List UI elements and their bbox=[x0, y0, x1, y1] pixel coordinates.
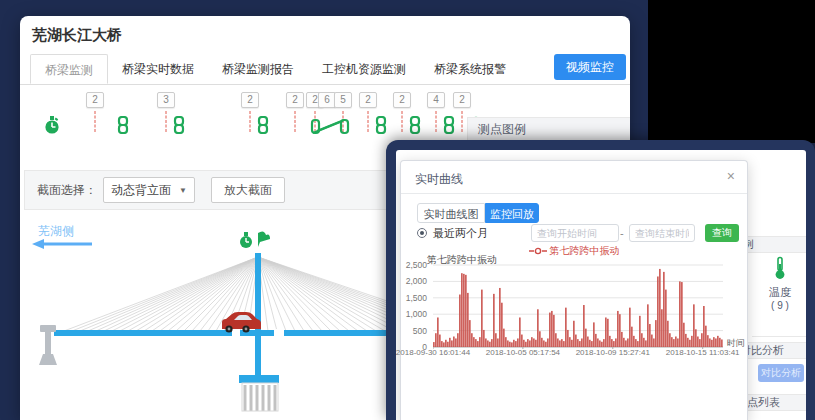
chevron-down-icon: ▼ bbox=[179, 186, 187, 195]
thermometer-icon bbox=[773, 256, 787, 280]
y-tick-label: 1,000 bbox=[406, 309, 427, 319]
y-tick-label: 1,500 bbox=[406, 293, 427, 303]
recent-two-months-label: 最近两个月 bbox=[433, 226, 488, 241]
tab-realtime-curve[interactable]: 实时曲线图 bbox=[417, 203, 485, 223]
sensor-count-badge[interactable]: 2 bbox=[286, 92, 304, 108]
bridge-pylon bbox=[255, 253, 261, 379]
sensor-drop-line bbox=[402, 111, 403, 132]
recent-two-months-radio[interactable] bbox=[417, 228, 427, 238]
sensor-drop-line bbox=[95, 111, 96, 132]
sensor-drop-line bbox=[462, 111, 463, 132]
bridge-abutment bbox=[39, 325, 57, 365]
enlarge-section-button[interactable]: 放大截面 bbox=[211, 177, 285, 203]
sensor-drop-line bbox=[436, 111, 437, 132]
tab-1[interactable]: 桥梁实时数据 bbox=[108, 54, 208, 84]
tab-4[interactable]: 桥梁系统报警 bbox=[420, 54, 520, 84]
y-tick-label: 2,500 bbox=[406, 260, 427, 270]
sensor-count-badge[interactable]: 2 bbox=[359, 92, 377, 108]
link-icon[interactable] bbox=[257, 116, 270, 138]
divider bbox=[752, 336, 806, 337]
bridge-side-label: 芜湖侧 bbox=[38, 223, 74, 240]
y-tick-label: 2,000 bbox=[406, 276, 427, 286]
tab-2[interactable]: 桥梁监测报告 bbox=[208, 54, 308, 84]
section-select-value: 动态背立面 bbox=[111, 182, 171, 199]
chart-x-axis-labels: 2018-09-30 16:01:442018-10-05 05:17:5420… bbox=[433, 348, 723, 358]
temperature-label: 温度 bbox=[758, 285, 802, 300]
link-icon[interactable] bbox=[409, 116, 422, 138]
link-icon[interactable] bbox=[375, 116, 388, 138]
sensor-count-badge[interactable]: 2 bbox=[241, 92, 259, 108]
front-browser-window: 测点图例 温度 ( 9 ) 对比分析 对比分析 振动测点列表 实时曲线 × 实时… bbox=[386, 140, 815, 420]
section-select-dropdown[interactable]: 动态背立面 ▼ bbox=[103, 177, 195, 203]
sensor-count-badge[interactable]: 2 bbox=[393, 92, 411, 108]
sensor-drop-line bbox=[295, 111, 296, 132]
pylon-top-sensor-icons[interactable] bbox=[240, 231, 270, 248]
legend-panel-header: 测点图例 bbox=[467, 117, 630, 142]
x-tick-label: 2018-10-09 15:27:41 bbox=[576, 348, 650, 357]
bridge-piles bbox=[245, 385, 275, 411]
black-background-patch bbox=[648, 0, 815, 143]
sensor-count-badge[interactable]: 2 bbox=[453, 92, 471, 108]
main-tabbar: 桥梁监测桥梁实时数据桥梁监测报告工控机资源监测桥梁系统报警 bbox=[20, 54, 630, 85]
temperature-count: ( 9 ) bbox=[758, 300, 802, 311]
vibration-chart bbox=[433, 263, 725, 349]
sensor-count-badge[interactable]: 5 bbox=[334, 92, 352, 108]
query-end-time-input[interactable] bbox=[629, 224, 695, 242]
x-tick-label: 2018-09-30 16:01:44 bbox=[396, 348, 470, 357]
link-icon[interactable] bbox=[173, 116, 186, 138]
page-title: 芜湖长江大桥 bbox=[32, 26, 122, 45]
modal-header: 实时曲线 × bbox=[401, 161, 747, 194]
link-icon[interactable] bbox=[443, 116, 456, 138]
realtime-curve-modal: 实时曲线 × 实时曲线图 监控回放 最近两个月 - 查询 第七跨跨中振动 第七跨… bbox=[400, 160, 748, 420]
sensor-drop-line bbox=[250, 111, 251, 132]
legend-marker-icon bbox=[529, 247, 547, 255]
temperature-legend-item[interactable]: 温度 ( 9 ) bbox=[758, 256, 802, 311]
query-button[interactable]: 查询 bbox=[705, 224, 739, 242]
modal-title: 实时曲线 bbox=[415, 171, 463, 188]
close-icon[interactable]: × bbox=[727, 169, 735, 183]
chart-x-axis-name: 时间 bbox=[727, 337, 745, 350]
sensor-drop-line bbox=[166, 111, 167, 132]
chart-y-axis-labels: 05001,0001,5002,0002,500 bbox=[401, 263, 429, 347]
gauge-links-icon[interactable] bbox=[310, 116, 350, 140]
tab-3[interactable]: 工控机资源监测 bbox=[308, 54, 420, 84]
front-window-content: 测点图例 温度 ( 9 ) 对比分析 对比分析 振动测点列表 实时曲线 × 实时… bbox=[396, 150, 806, 420]
sensor-drop-line bbox=[368, 111, 369, 132]
sensor-count-badge[interactable]: 3 bbox=[157, 92, 175, 108]
x-tick-label: 2018-10-05 05:17:54 bbox=[486, 348, 560, 357]
sensor-count-badge[interactable]: 4 bbox=[427, 92, 445, 108]
sensor-count-badge[interactable]: 2 bbox=[86, 92, 104, 108]
legend-label: 第七跨跨中振动 bbox=[550, 245, 620, 256]
tab-monitor-playback[interactable]: 监控回放 bbox=[485, 203, 539, 223]
video-monitor-button[interactable]: 视频监控 bbox=[554, 54, 626, 80]
link-icon[interactable] bbox=[117, 116, 130, 138]
tab-0[interactable]: 桥梁监测 bbox=[30, 54, 108, 84]
compare-analysis-button[interactable]: 对比分析 bbox=[758, 364, 804, 382]
section-select-label: 截面选择： bbox=[37, 182, 97, 199]
y-tick-label: 500 bbox=[413, 326, 427, 336]
stopwatch-icon[interactable] bbox=[44, 116, 60, 139]
query-start-time-input[interactable] bbox=[531, 224, 619, 242]
date-range-separator: - bbox=[620, 227, 624, 239]
left-arrow-icon bbox=[32, 239, 94, 249]
